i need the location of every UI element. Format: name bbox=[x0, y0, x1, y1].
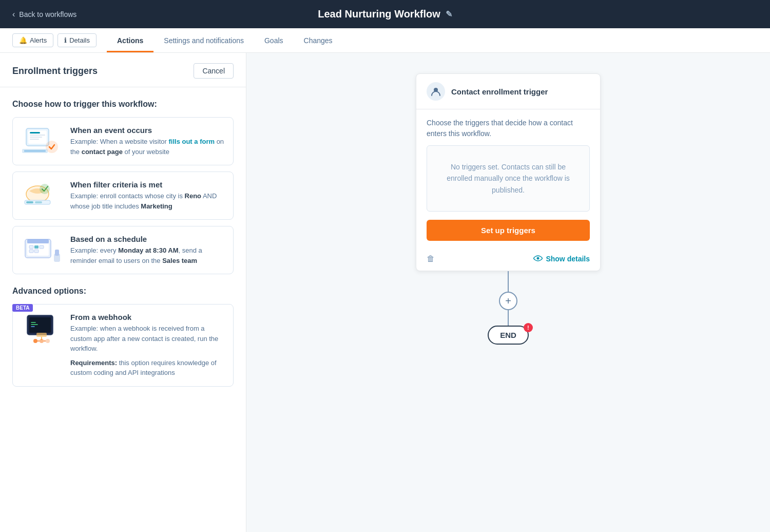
svg-rect-12 bbox=[26, 201, 33, 203]
card-footer: 🗑 Show details bbox=[416, 249, 600, 271]
toolbar-buttons: 🔔 Alerts ℹ Details bbox=[12, 33, 97, 52]
svg-rect-8 bbox=[24, 150, 46, 152]
bell-icon: 🔔 bbox=[19, 36, 27, 44]
cancel-button[interactable]: Cancel bbox=[194, 63, 234, 79]
svg-rect-16 bbox=[27, 239, 49, 243]
alerts-button[interactable]: 🔔 Alerts bbox=[12, 33, 53, 47]
svg-rect-4 bbox=[30, 137, 42, 138]
edit-title-icon[interactable]: ✎ bbox=[446, 9, 452, 19]
show-details-label: Show details bbox=[546, 255, 590, 263]
main-layout: Enrollment triggers Cancel Choose how to… bbox=[0, 53, 770, 532]
svg-rect-5 bbox=[30, 139, 39, 140]
trigger-event-card[interactable]: When an event occurs Example: When a web… bbox=[12, 117, 234, 165]
trigger-filter-text: When filter criteria is met Example: enr… bbox=[70, 180, 225, 211]
beta-badge: BETA bbox=[12, 304, 33, 312]
panel-title: Enrollment triggers bbox=[12, 66, 98, 77]
svg-rect-20 bbox=[29, 250, 33, 253]
canvas-area: Contact enrollment trigger Choose the tr… bbox=[257, 73, 760, 511]
svg-rect-26 bbox=[36, 333, 47, 337]
error-badge-label: ! bbox=[527, 325, 529, 331]
trigger-schedule-title: Based on a schedule bbox=[70, 235, 225, 243]
connector-line-2 bbox=[508, 310, 509, 326]
svg-point-10 bbox=[40, 184, 50, 194]
svg-rect-23 bbox=[55, 250, 59, 256]
tab-settings[interactable]: Settings and notifications bbox=[153, 30, 254, 52]
right-panel: Contact enrollment trigger Choose the tr… bbox=[246, 53, 770, 532]
topbar: ‹ Back to workflows Lead Nurturing Workf… bbox=[0, 0, 770, 28]
trigger-schedule-desc: Example: every Monday at 8:30 AM, send a… bbox=[70, 245, 225, 265]
tab-goals[interactable]: Goals bbox=[254, 30, 294, 52]
trigger-event-desc: Example: When a website visitor fills ou… bbox=[70, 137, 225, 157]
enrollment-card-title: Contact enrollment trigger bbox=[451, 87, 548, 96]
left-panel: Enrollment triggers Cancel Choose how to… bbox=[0, 53, 246, 532]
contact-icon bbox=[427, 82, 445, 101]
tab-actions[interactable]: Actions bbox=[107, 30, 153, 52]
svg-rect-17 bbox=[29, 245, 33, 249]
trigger-event-text: When an event occurs Example: When a web… bbox=[70, 126, 225, 157]
connector-line-1 bbox=[508, 271, 509, 292]
trigger-webhook-title: From a webhook bbox=[70, 313, 225, 321]
back-to-workflows-button[interactable]: ‹ Back to workflows bbox=[12, 10, 76, 19]
svg-rect-21 bbox=[34, 250, 38, 253]
details-label: Details bbox=[69, 36, 90, 44]
end-label: END bbox=[500, 331, 516, 339]
schedule-icon bbox=[22, 235, 61, 265]
svg-rect-13 bbox=[35, 201, 42, 203]
svg-point-28 bbox=[40, 339, 44, 343]
workflow-title-area: Lead Nurturing Workflow ✎ bbox=[318, 8, 452, 20]
svg-point-31 bbox=[537, 257, 540, 260]
enrollment-card-header: Contact enrollment trigger bbox=[416, 74, 600, 109]
svg-rect-25 bbox=[29, 317, 51, 333]
trigger-event-title: When an event occurs bbox=[70, 126, 225, 135]
enrollment-subtitle: Choose the triggers that decide how a co… bbox=[427, 118, 590, 139]
trigger-schedule-icon-area bbox=[21, 235, 62, 265]
details-button[interactable]: ℹ Details bbox=[57, 33, 97, 47]
trigger-schedule-card[interactable]: Based on a schedule Example: every Monda… bbox=[12, 226, 234, 274]
advanced-section: Advanced options: BETA bbox=[12, 287, 234, 387]
alerts-label: Alerts bbox=[30, 36, 47, 44]
trigger-event-icon-area bbox=[21, 126, 62, 157]
svg-rect-18 bbox=[34, 245, 38, 249]
filter-icon bbox=[22, 181, 61, 211]
eye-icon bbox=[533, 255, 543, 263]
trigger-webhook-desc: Example: when a webhook is received from… bbox=[70, 324, 225, 354]
svg-point-29 bbox=[46, 339, 50, 343]
trigger-filter-icon-area bbox=[21, 180, 62, 211]
person-icon bbox=[430, 86, 441, 97]
trigger-filter-title: When filter criteria is met bbox=[70, 180, 225, 189]
enrollment-card: Contact enrollment trigger Choose the tr… bbox=[416, 73, 601, 271]
workflow-title: Lead Nurturing Workflow bbox=[318, 8, 440, 20]
chevron-left-icon: ‹ bbox=[12, 10, 15, 19]
error-badge: ! bbox=[524, 323, 533, 332]
svg-point-27 bbox=[33, 339, 37, 343]
setup-triggers-button[interactable]: Set up triggers bbox=[427, 220, 590, 241]
end-oval: END bbox=[488, 326, 529, 345]
no-triggers-text: No triggers set. Contacts can still be e… bbox=[447, 163, 570, 194]
eye-icon-svg bbox=[533, 255, 543, 261]
enrollment-card-body: Choose the triggers that decide how a co… bbox=[416, 109, 600, 249]
no-triggers-box: No triggers set. Contacts can still be e… bbox=[427, 145, 590, 212]
trigger-filter-card[interactable]: When filter criteria is met Example: enr… bbox=[12, 172, 234, 220]
add-step-button[interactable]: + bbox=[499, 292, 517, 310]
trigger-webhook-requirements: Requirements: this option requires knowl… bbox=[70, 358, 225, 378]
choose-heading: Choose how to trigger this workflow: bbox=[12, 100, 234, 109]
trigger-filter-desc: Example: enroll contacts whose city is R… bbox=[70, 191, 225, 211]
advanced-heading: Advanced options: bbox=[12, 287, 234, 296]
info-icon: ℹ bbox=[64, 36, 67, 44]
event-icon bbox=[22, 126, 61, 156]
tab-changes[interactable]: Changes bbox=[294, 30, 343, 52]
trigger-schedule-text: Based on a schedule Example: every Monda… bbox=[70, 235, 225, 265]
panel-content: Choose how to trigger this workflow: bbox=[0, 87, 246, 405]
fills-out-form-link[interactable]: fills out a form bbox=[168, 138, 215, 145]
back-label: Back to workflows bbox=[19, 10, 76, 18]
show-details-button[interactable]: Show details bbox=[533, 255, 590, 263]
trigger-webhook-card[interactable]: BETA bbox=[12, 304, 234, 387]
svg-rect-2 bbox=[30, 132, 40, 134]
svg-rect-3 bbox=[30, 135, 45, 136]
trigger-webhook-text: From a webhook Example: when a webhook i… bbox=[70, 313, 225, 378]
svg-rect-19 bbox=[40, 245, 44, 249]
webhook-icon bbox=[22, 310, 61, 346]
end-node: END ! bbox=[488, 326, 529, 345]
trash-icon[interactable]: 🗑 bbox=[427, 254, 435, 263]
trigger-webhook-icon-area bbox=[21, 313, 62, 344]
